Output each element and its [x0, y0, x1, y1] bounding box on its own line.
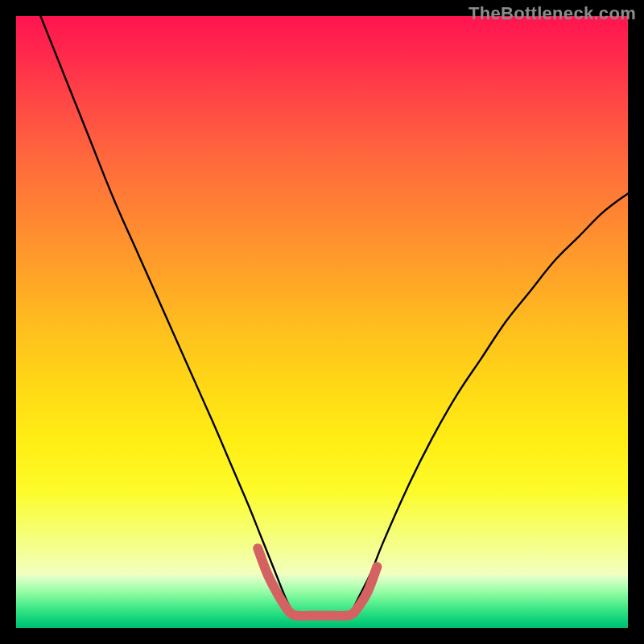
bottleneck-black-curve: [40, 16, 628, 616]
watermark-text: TheBottleneck.com: [469, 3, 636, 24]
bottleneck-red-valley: [258, 548, 377, 616]
plot-area: [16, 16, 628, 628]
chart-frame: TheBottleneck.com: [0, 0, 644, 644]
curve-layer: [16, 16, 628, 628]
